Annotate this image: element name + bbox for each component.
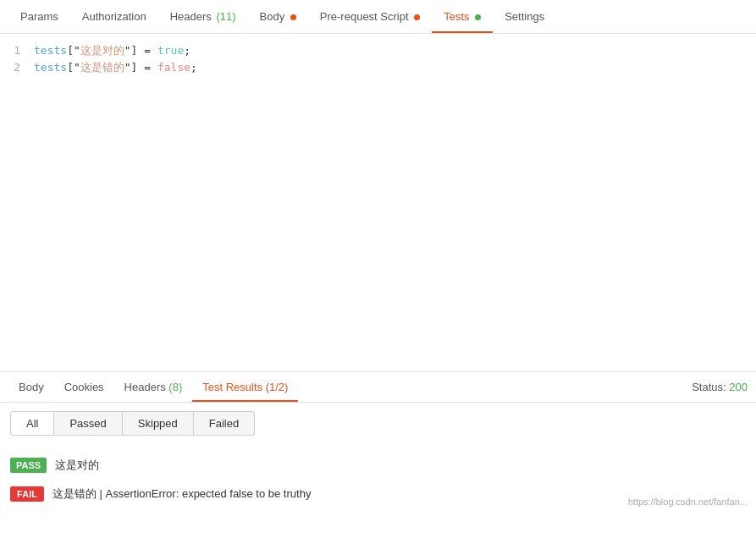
- test-result-text: 这是错的 | AssertionError: expected false to…: [52, 486, 311, 502]
- code-bracket2: "] =: [124, 61, 157, 74]
- top-tab-params[interactable]: Params: [8, 0, 70, 33]
- top-tab-prerequest[interactable]: Pre-request Script: [308, 0, 432, 33]
- top-tab-body[interactable]: Body: [248, 0, 308, 33]
- code-bracket: [": [67, 44, 80, 57]
- code-string: 这是错的: [80, 61, 124, 74]
- bottom-tab-body[interactable]: Body: [8, 372, 54, 402]
- code-line: 1tests["这是对的"] = true;: [0, 42, 756, 59]
- line-code: tests["这是对的"] = true;: [34, 43, 756, 58]
- bottom-tab-cookies[interactable]: Cookies: [54, 372, 114, 402]
- watermark: https://blog.csdn.net/fanfan...: [628, 497, 748, 507]
- top-tab-headers[interactable]: Headers (11): [158, 0, 248, 33]
- status-info: Status: 200: [692, 381, 748, 393]
- top-tab-tests[interactable]: Tests: [432, 0, 493, 33]
- code-keyword: tests: [34, 44, 67, 57]
- code-bracket2: "] =: [124, 44, 157, 57]
- top-tab-settings[interactable]: Settings: [493, 0, 556, 33]
- code-value: false: [157, 61, 190, 74]
- test-badge-pass: PASS: [10, 458, 47, 473]
- bottom-tab-testresults[interactable]: Test Results (1/2): [192, 372, 298, 402]
- line-code: tests["这是错的"] = false;: [34, 60, 756, 75]
- filter-btn-all[interactable]: All: [10, 411, 54, 436]
- code-semicolon: ;: [184, 44, 190, 57]
- line-number: 2: [0, 61, 34, 74]
- code-semicolon: ;: [190, 61, 197, 74]
- filter-btn-passed[interactable]: Passed: [54, 411, 122, 436]
- code-editor[interactable]: 1tests["这是对的"] = true;2tests["这是错的"] = f…: [0, 34, 756, 372]
- status-label: Status:: [692, 381, 726, 393]
- bottom-tab-headers[interactable]: Headers (8): [114, 372, 193, 402]
- code-line: 2tests["这是错的"] = false;: [0, 59, 756, 76]
- line-number: 1: [0, 44, 34, 57]
- bottom-tab-bar: BodyCookiesHeaders (8)Test Results (1/2)…: [0, 372, 756, 403]
- code-keyword: tests: [34, 61, 67, 74]
- filter-btn-skipped[interactable]: Skipped: [123, 411, 194, 436]
- code-value: true: [157, 44, 184, 57]
- status-value: 200: [729, 381, 748, 393]
- test-result-text: 这是对的: [55, 458, 99, 473]
- test-result-item: PASS这是对的: [10, 451, 746, 480]
- code-string: 这是对的: [80, 44, 124, 57]
- bottom-section: BodyCookiesHeaders (8)Test Results (1/2)…: [0, 372, 756, 515]
- code-bracket: [": [67, 61, 80, 74]
- test-badge-fail: FAIL: [10, 486, 44, 502]
- filter-row: AllPassedSkippedFailed: [0, 403, 756, 444]
- top-tab-bar: ParamsAuthorizationHeaders (11)Body Pre-…: [0, 0, 756, 34]
- top-tab-authorization[interactable]: Authorization: [70, 0, 158, 33]
- filter-btn-failed[interactable]: Failed: [194, 411, 255, 436]
